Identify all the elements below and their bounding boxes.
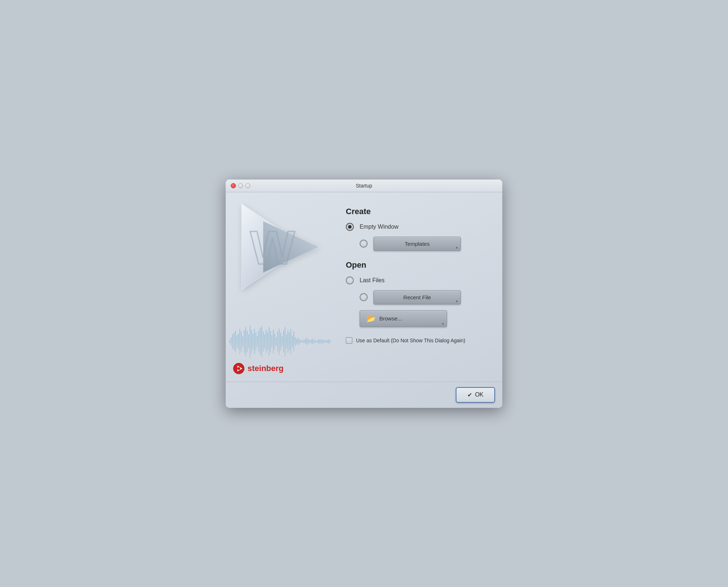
svg-rect-70 [327, 340, 328, 343]
svg-rect-62 [315, 340, 316, 343]
steinberg-logo-icon [233, 363, 245, 374]
recent-file-label: Recent File [380, 294, 454, 300]
checkmark-icon: ✔ [467, 391, 472, 398]
svg-rect-20 [254, 329, 255, 354]
svg-rect-34 [274, 334, 275, 350]
svg-rect-28 [266, 330, 266, 353]
svg-rect-59 [311, 339, 312, 344]
main-content: W [226, 192, 502, 382]
svg-rect-30 [269, 327, 269, 356]
svg-rect-15 [247, 331, 248, 352]
svg-rect-42 [286, 334, 287, 349]
svg-rect-29 [267, 332, 268, 351]
svg-rect-68 [324, 340, 325, 343]
svg-rect-50 [298, 338, 298, 345]
svg-rect-27 [264, 334, 265, 349]
svg-rect-26 [263, 331, 264, 352]
svg-rect-51 [299, 339, 300, 344]
svg-rect-23 [258, 331, 259, 352]
svg-rect-69 [325, 340, 326, 343]
bottom-bar: ✔ OK [226, 382, 502, 408]
svg-rect-25 [261, 326, 262, 357]
svg-rect-7 [235, 331, 236, 352]
open-section: Open Last Files Recent File 📂 [346, 260, 488, 327]
svg-rect-4 [231, 337, 232, 346]
create-section-title: Create [346, 207, 488, 216]
svg-rect-49 [296, 339, 297, 344]
svg-rect-61 [314, 340, 314, 343]
svg-rect-44 [289, 332, 290, 351]
svg-rect-40 [283, 331, 284, 352]
svg-rect-22 [257, 336, 258, 347]
svg-rect-11 [241, 331, 242, 352]
svg-rect-9 [238, 334, 239, 350]
traffic-lights [231, 183, 250, 188]
svg-rect-39 [282, 336, 282, 347]
close-button[interactable] [231, 183, 236, 188]
svg-rect-38 [280, 333, 281, 350]
recent-file-dropdown[interactable]: Recent File [373, 290, 461, 304]
svg-rect-43 [288, 330, 288, 353]
svg-rect-16 [248, 334, 249, 349]
templates-dropdown[interactable]: Templates [373, 237, 461, 251]
svg-rect-55 [305, 339, 306, 344]
svg-rect-6 [234, 332, 234, 351]
open-section-title: Open [346, 260, 488, 270]
svg-rect-56 [306, 338, 307, 345]
svg-point-75 [237, 367, 240, 370]
last-files-label: Last Files [360, 277, 384, 284]
browse-button[interactable]: 📂 Browse... [360, 310, 447, 327]
svg-rect-64 [318, 339, 319, 344]
svg-rect-31 [270, 331, 271, 352]
last-files-radio[interactable] [346, 276, 354, 284]
svg-rect-24 [260, 328, 261, 355]
svg-rect-8 [237, 335, 237, 348]
maximize-button[interactable] [245, 183, 250, 188]
templates-row: Templates [346, 237, 488, 251]
empty-window-radio[interactable] [346, 223, 354, 231]
waveform [226, 323, 335, 360]
svg-text:W: W [250, 221, 295, 274]
right-panel: Create Empty Window Templates Open [335, 192, 502, 382]
svg-rect-67 [323, 339, 323, 344]
minimize-button[interactable] [238, 183, 243, 188]
ok-button[interactable]: ✔ OK [456, 387, 495, 403]
empty-window-row: Empty Window [346, 223, 488, 231]
last-files-row: Last Files [346, 276, 488, 284]
svg-rect-5 [232, 334, 233, 349]
svg-rect-32 [272, 335, 272, 348]
ok-label: OK [475, 391, 483, 398]
browse-label: Browse... [379, 315, 402, 322]
svg-rect-10 [240, 329, 240, 354]
svg-rect-52 [301, 340, 301, 343]
steinberg-brand: steinberg [233, 363, 284, 374]
create-section: Create Empty Window Templates [346, 207, 488, 257]
recent-file-row: Recent File [346, 290, 488, 304]
svg-rect-36 [277, 331, 278, 352]
svg-rect-46 [292, 335, 293, 348]
default-checkbox[interactable] [346, 337, 352, 344]
left-panel: W [226, 192, 335, 382]
window-title: Startup [356, 183, 372, 189]
startup-dialog: Startup [226, 180, 502, 408]
svg-rect-53 [302, 340, 303, 343]
svg-rect-19 [253, 334, 253, 350]
svg-rect-18 [251, 330, 252, 353]
steinberg-name: steinberg [248, 364, 284, 373]
svg-rect-48 [295, 337, 296, 346]
svg-rect-54 [304, 340, 304, 343]
folder-icon: 📂 [367, 314, 376, 323]
svg-rect-72 [330, 340, 331, 343]
svg-rect-41 [285, 327, 285, 356]
svg-rect-3 [229, 340, 230, 343]
svg-rect-35 [276, 337, 277, 346]
browse-row: 📂 Browse... [346, 310, 488, 327]
svg-rect-47 [293, 331, 294, 352]
recent-file-radio[interactable] [360, 293, 368, 301]
svg-rect-17 [250, 325, 250, 358]
svg-rect-37 [279, 328, 280, 355]
templates-radio[interactable] [360, 240, 368, 248]
svg-rect-12 [242, 336, 243, 347]
svg-rect-65 [320, 339, 320, 344]
svg-rect-33 [273, 329, 274, 354]
